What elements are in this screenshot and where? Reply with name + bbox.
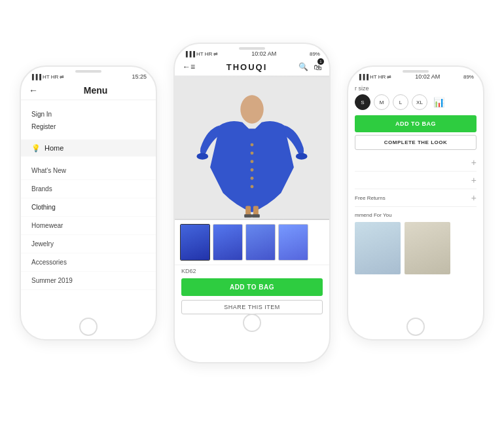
thumbnail-row bbox=[175, 220, 329, 265]
status-bar-left: ▐▐▐ HT HR ⇌ 15:25 bbox=[21, 72, 156, 81]
thumbnail-4[interactable] bbox=[278, 224, 308, 261]
phone-bottom-right bbox=[348, 320, 483, 339]
left-content: Sign In Register 💡 Home What's New Brand… bbox=[21, 100, 156, 320]
svg-point-2 bbox=[240, 95, 263, 123]
nav-item-summer[interactable]: Summer 2019 bbox=[21, 272, 156, 290]
plus-icon-3: + bbox=[471, 193, 477, 203]
share-btn[interactable]: SHARE THIS ITEM bbox=[181, 300, 323, 314]
carrier-center: HT HR bbox=[196, 51, 212, 57]
svg-rect-12 bbox=[253, 206, 259, 216]
phone-bottom-left bbox=[21, 320, 156, 339]
nav-item-brands[interactable]: Brands bbox=[21, 180, 156, 198]
center-nav-bar: ← ≡ THOUQI 🔍 🛍 1 bbox=[175, 58, 329, 76]
size-btn-m[interactable]: M bbox=[374, 94, 389, 110]
cart-badge: 1 bbox=[317, 58, 324, 65]
svg-point-9 bbox=[251, 177, 254, 180]
recommend-items bbox=[355, 222, 477, 274]
nav-item-jewelry[interactable]: Jewelry bbox=[21, 235, 156, 253]
phone-left: ▐▐▐ HT HR ⇌ 15:25 ← Menu Sign In Registe… bbox=[20, 65, 157, 340]
right-content: r size S M L XL 📊 ADD TO BAG COMPLETE TH… bbox=[348, 81, 483, 320]
thumbnail-3[interactable] bbox=[245, 224, 276, 261]
size-btn-l[interactable]: L bbox=[393, 94, 408, 110]
svg-point-7 bbox=[251, 160, 254, 163]
size-options: S M L XL 📊 bbox=[355, 94, 477, 110]
size-label: r size bbox=[355, 85, 477, 92]
register-link[interactable]: Register bbox=[31, 120, 145, 133]
add-to-bag-btn-right[interactable]: ADD TO BAG bbox=[355, 115, 477, 132]
product-dress-svg bbox=[175, 76, 329, 220]
status-bar-center: ▐▐▐ HT HR ⇌ 10:02 AM 89% bbox=[175, 49, 329, 58]
svg-point-5 bbox=[251, 143, 254, 147]
size-chart-icon[interactable]: 📊 bbox=[433, 97, 444, 107]
expandable-item-2[interactable]: + bbox=[355, 172, 477, 189]
signal-icons-center: ▐▐▐ HT HR ⇌ bbox=[184, 51, 218, 57]
phone-bottom-center bbox=[175, 316, 329, 335]
add-to-bag-btn-center[interactable]: ADD TO BAG bbox=[181, 278, 323, 296]
status-bar-right: ▐▐▐ HT HR ⇌ 10:02 AM 89% bbox=[348, 72, 483, 81]
home-label: Home bbox=[45, 144, 63, 152]
recommend-item-1[interactable] bbox=[355, 222, 401, 274]
product-sku: KD62 bbox=[175, 265, 329, 276]
size-section: r size S M L XL 📊 bbox=[355, 85, 477, 110]
signal-bars-center: ▐▐▐ bbox=[184, 51, 195, 57]
nav-item-whats-new[interactable]: What's New bbox=[21, 162, 156, 180]
complete-look-btn[interactable]: COMPLETE THE LOOK bbox=[355, 135, 477, 150]
phone-right: ▐▐▐ HT HR ⇌ 10:02 AM 89% r size S M L XL… bbox=[347, 65, 484, 340]
recommend-item-2[interactable] bbox=[405, 222, 450, 274]
svg-point-6 bbox=[251, 151, 254, 155]
expandable-item-3[interactable]: Free Returns + bbox=[355, 189, 477, 207]
carrier-right: HT HR bbox=[370, 74, 386, 80]
home-item[interactable]: 💡 Home bbox=[21, 139, 156, 156]
plus-icon-2: + bbox=[471, 175, 477, 185]
thumbnail-2[interactable] bbox=[213, 224, 243, 261]
thumbnail-1[interactable] bbox=[180, 224, 210, 261]
svg-point-4 bbox=[296, 153, 308, 160]
nav-item-homewear[interactable]: Homewear bbox=[21, 217, 156, 235]
expandable-label-3: Free Returns bbox=[355, 195, 386, 201]
nav-items: What's New Brands Clothing Homewear Jewe… bbox=[21, 159, 156, 293]
time-right: 10:02 AM bbox=[415, 73, 440, 80]
nav-item-accessories[interactable]: Accessories bbox=[21, 253, 156, 272]
left-nav-bar: ← Menu bbox=[21, 81, 156, 100]
wifi-icon-center: ⇌ bbox=[213, 51, 218, 57]
signal-icons-right: ▐▐▐ HT HR ⇌ bbox=[357, 74, 391, 80]
svg-rect-14 bbox=[252, 214, 260, 217]
menu-title: Menu bbox=[43, 85, 148, 96]
nav-item-clothing[interactable]: Clothing bbox=[21, 198, 156, 217]
size-btn-s[interactable]: S bbox=[355, 94, 370, 110]
phones-container: ▐▐▐ HT HR ⇌ 15:25 ← Menu Sign In Registe… bbox=[0, 0, 504, 423]
plus-icon-1: + bbox=[471, 157, 477, 168]
auth-links: Sign In Register bbox=[21, 105, 156, 136]
svg-point-8 bbox=[251, 168, 254, 172]
nav-icons-center: 🔍 🛍 1 bbox=[298, 61, 321, 73]
sign-in-link[interactable]: Sign In bbox=[31, 108, 145, 120]
back-arrow-left[interactable]: ← bbox=[29, 85, 38, 96]
wifi-icon-left: ⇌ bbox=[60, 74, 64, 80]
brand-name: THOUQI bbox=[195, 62, 298, 72]
phone-top-bar-left bbox=[21, 67, 156, 72]
signal-bars-right: ▐▐▐ bbox=[357, 74, 369, 80]
svg-point-3 bbox=[196, 153, 208, 160]
back-arrow-center[interactable]: ← bbox=[183, 62, 190, 71]
phone-center: ▐▐▐ HT HR ⇌ 10:02 AM 89% ← ≡ THOUQI 🔍 🛍 … bbox=[173, 43, 331, 363]
phone-top-bar-right bbox=[348, 67, 483, 72]
signal-icons-left: ▐▐▐ HT HR ⇌ bbox=[30, 74, 64, 80]
signal-bars: ▐▐▐ bbox=[30, 74, 41, 80]
time-center: 10:02 AM bbox=[251, 50, 276, 57]
phone-top-bar-center bbox=[175, 44, 329, 49]
home-button-left[interactable] bbox=[79, 318, 98, 336]
home-icon: 💡 bbox=[31, 144, 39, 152]
wifi-icon-right: ⇌ bbox=[387, 74, 391, 80]
menu-icon-center[interactable]: ≡ bbox=[190, 62, 195, 71]
home-button-center[interactable] bbox=[243, 314, 261, 332]
svg-rect-13 bbox=[244, 214, 252, 217]
home-button-right[interactable] bbox=[406, 318, 425, 336]
size-btn-xl[interactable]: XL bbox=[412, 94, 427, 110]
recommend-title: mmend For You bbox=[355, 212, 477, 218]
product-image-main bbox=[175, 76, 329, 220]
battery-center: 89% bbox=[310, 51, 320, 57]
expandable-item-1[interactable]: + bbox=[355, 154, 477, 172]
svg-point-10 bbox=[251, 185, 254, 189]
cart-icon-wrap[interactable]: 🛍 1 bbox=[314, 61, 321, 73]
search-icon-center[interactable]: 🔍 bbox=[298, 62, 308, 71]
